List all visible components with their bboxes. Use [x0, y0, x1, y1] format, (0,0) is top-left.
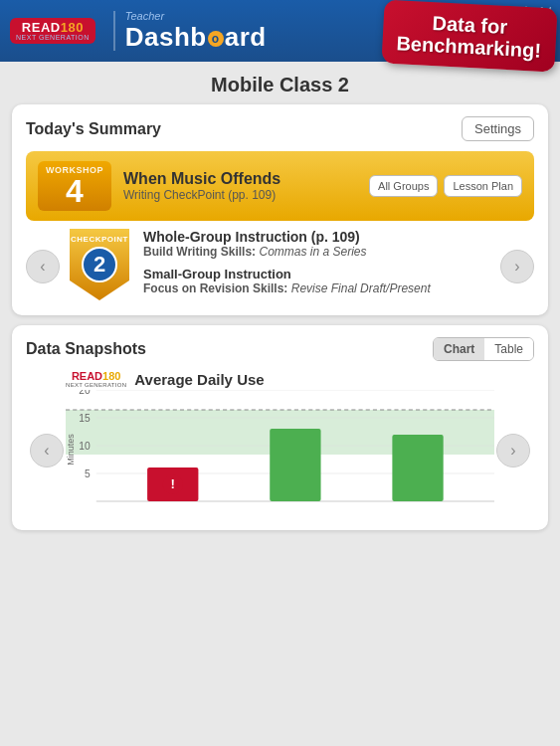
- header-logo: READ180 NEXT GENERATION Teacher Dashboar…: [10, 10, 267, 53]
- settings-button[interactable]: Settings: [462, 116, 534, 141]
- svg-text:Minutes: Minutes: [66, 434, 76, 466]
- page-title: Mobile Class 2: [0, 74, 560, 96]
- read180-logo-small: READ180 NEXT GENERATION: [66, 371, 126, 388]
- read180-text: READ180: [22, 21, 84, 34]
- workshop-num: 4: [46, 175, 103, 207]
- checkpoint-instructions: Whole-Group Instruction (p. 109) Build W…: [143, 229, 490, 303]
- next-gen-small: NEXT GENERATION: [66, 382, 126, 388]
- header-divider: [113, 11, 115, 51]
- todays-summary-card: Today's Summary Settings WORKSHOP 4 When…: [12, 104, 548, 315]
- workshop-buttons: All Groups Lesson Plan: [369, 175, 522, 197]
- chart-area: ‹ › READ180 NEXT GENERATION Average Dail…: [26, 371, 534, 530]
- summary-card-title: Today's Summary: [26, 120, 161, 138]
- snapshots-card-header: Data Snapshots Chart Table: [26, 337, 534, 361]
- whole-group-heading: Whole-Group Instruction (p. 109): [143, 229, 490, 245]
- svg-text:20: 20: [79, 390, 91, 396]
- chart-left-arrow[interactable]: ‹: [30, 434, 64, 467]
- svg-text:!: !: [171, 476, 175, 491]
- svg-text:15: 15: [79, 413, 91, 424]
- bar-chart-svg: 20 15 10 5 Minutes !: [66, 390, 494, 504]
- svg-text:5: 5: [85, 468, 91, 479]
- focus-revision-line: Focus on Revision Skills: Revise Final D…: [143, 281, 490, 295]
- read180-small: READ180: [72, 371, 121, 382]
- svg-text:10: 10: [79, 441, 91, 452]
- main-content: Mobile Class 2 Today's Summary Settings …: [0, 62, 560, 746]
- focus-revision-label: Focus on Revision Skills:: [143, 281, 287, 295]
- small-group-heading: Small-Group Instruction: [143, 267, 490, 281]
- build-writing-label: Build Writing Skills:: [143, 245, 256, 259]
- chart-left-nav[interactable]: ‹: [30, 434, 64, 467]
- workshop-info: When Music Offends Writing CheckPoint (p…: [123, 170, 357, 202]
- snapshots-title: Data Snapshots: [26, 340, 146, 358]
- focus-revision-value: Revise Final Draft/Present: [291, 281, 431, 295]
- checkpoint-label: CHECKPOINT 2: [70, 235, 129, 282]
- dashboard-area: Teacher Dashboard: [125, 10, 267, 53]
- svg-rect-17: [392, 435, 443, 501]
- teacher-label: Teacher: [125, 10, 267, 22]
- build-writing-line: Build Writing Skills: Commas in a Series: [143, 245, 490, 259]
- lesson-subtitle: Writing CheckPoint (pp. 109): [123, 188, 357, 202]
- checkpoint-number: 2: [93, 252, 105, 278]
- lesson-plan-button[interactable]: Lesson Plan: [444, 175, 522, 197]
- checkpoint-right-arrow[interactable]: ›: [500, 250, 534, 283]
- chart-table-toggle: Chart Table: [433, 337, 534, 361]
- summary-card-header: Today's Summary Settings: [26, 116, 534, 141]
- chart-header: READ180 NEXT GENERATION Average Daily Us…: [66, 371, 494, 388]
- svg-rect-16: [270, 429, 320, 501]
- next-gen-text: NEXT GENERATION: [16, 34, 90, 41]
- chart-container: READ180 NEXT GENERATION Average Daily Us…: [26, 371, 534, 508]
- checkpoint-content: CHECKPOINT 2 Whole-Group Instruction (p.…: [60, 229, 500, 303]
- checkpoint-left-arrow[interactable]: ‹: [26, 250, 60, 283]
- build-writing-value: Commas in a Series: [259, 245, 366, 259]
- data-snapshots-card: Data Snapshots Chart Table ‹ › READ180 N…: [12, 325, 548, 530]
- promo-badge-text: Data for Benchmarking!: [396, 10, 543, 62]
- chart-right-arrow[interactable]: ›: [496, 434, 530, 467]
- table-toggle-button[interactable]: Table: [484, 338, 533, 360]
- read180-badge: READ180 NEXT GENERATION: [10, 18, 95, 44]
- checkpoint-badge: CHECKPOINT 2: [70, 229, 129, 300]
- dashboard-title: Dashboard: [125, 22, 267, 53]
- promo-badge: Data for Benchmarking!: [382, 0, 558, 72]
- chart-right-nav[interactable]: ›: [496, 434, 530, 467]
- lesson-title: When Music Offends: [123, 170, 357, 188]
- chart-title: Average Daily Use: [134, 371, 264, 388]
- checkpoint-circle: 2: [82, 247, 117, 282]
- checkpoint-text: CHECKPOINT: [70, 235, 129, 244]
- all-groups-button[interactable]: All Groups: [369, 175, 438, 197]
- workshop-number-block: WORKSHOP 4: [38, 161, 111, 211]
- checkpoint-section: ‹: [26, 221, 534, 303]
- workshop-banner: WORKSHOP 4 When Music Offends Writing Ch…: [26, 151, 534, 221]
- chart-toggle-button[interactable]: Chart: [434, 338, 484, 360]
- checkpoint-shield-wrapper: CHECKPOINT 2: [70, 229, 129, 300]
